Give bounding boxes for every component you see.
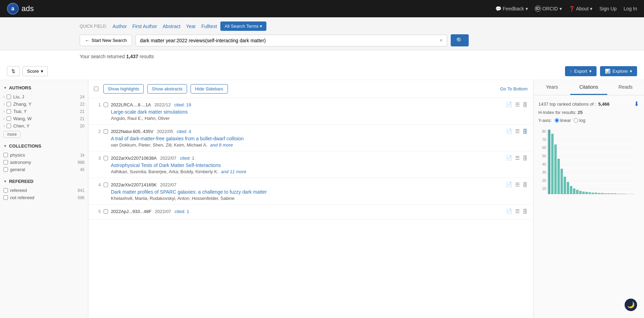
show-abstracts-button[interactable]: Show abstracts bbox=[147, 84, 187, 94]
expand-arrow-icon[interactable]: › bbox=[3, 117, 5, 121]
quick-field-abstract[interactable]: Abstract bbox=[161, 23, 183, 30]
collection-physics-checkbox[interactable] bbox=[3, 153, 8, 157]
cited-link[interactable]: cited: 1 bbox=[180, 156, 194, 161]
database-icon[interactable]: 🗄 bbox=[522, 182, 528, 188]
abstract-icon[interactable]: 📄 bbox=[506, 155, 512, 161]
database-icon[interactable]: 🗄 bbox=[522, 209, 528, 214]
author-tsai-checkbox[interactable] bbox=[7, 109, 11, 114]
chart-svg: 80 70 60 50 40 30 20 10 bbox=[538, 126, 635, 196]
score-dropdown-button[interactable]: Score ▾ bbox=[23, 66, 48, 76]
result-checkbox[interactable] bbox=[104, 103, 108, 107]
author-name: Chen, Y bbox=[13, 123, 29, 129]
theme-toggle-button[interactable]: 🌙 bbox=[625, 299, 637, 311]
cited-link[interactable]: cited: 4 bbox=[177, 129, 191, 134]
linear-radio-label[interactable]: linear bbox=[555, 118, 571, 123]
log-radio-label[interactable]: log bbox=[574, 118, 585, 123]
clear-search-button[interactable]: × bbox=[438, 36, 444, 45]
show-highlights-button[interactable]: Show highlights bbox=[103, 84, 144, 94]
author-zhang-checkbox[interactable] bbox=[7, 102, 11, 106]
abstract-icon[interactable]: 📄 bbox=[506, 182, 512, 188]
export-chevron-icon: ▾ bbox=[589, 69, 592, 74]
authors-more-link[interactable]: and 8 more bbox=[210, 142, 233, 148]
expand-arrow-icon[interactable]: › bbox=[3, 124, 5, 128]
authors-more-link[interactable]: and 11 more bbox=[221, 169, 246, 174]
result-title[interactable]: Dark matter profiles of SPARC galaxies: … bbox=[111, 189, 528, 195]
author-liu-checkbox[interactable] bbox=[7, 95, 11, 99]
result-title[interactable]: Large-scale dark matter simulations bbox=[111, 109, 528, 115]
search-button[interactable]: 🔍 bbox=[451, 34, 469, 46]
collection-name: general bbox=[10, 167, 25, 172]
export-button[interactable]: ↑ Export ▾ bbox=[565, 66, 597, 76]
explore-button[interactable]: 📊 Explore ▾ bbox=[600, 66, 637, 76]
result-checkbox[interactable] bbox=[104, 156, 108, 160]
collections-section-header[interactable]: ▼ COLLECTIONS bbox=[3, 143, 85, 149]
expand-arrow-icon[interactable]: › bbox=[3, 109, 5, 113]
result-checkbox[interactable] bbox=[104, 183, 108, 187]
expand-arrow-icon[interactable]: › bbox=[3, 95, 5, 99]
list-icon[interactable]: ☰ bbox=[515, 155, 520, 161]
toolbar-row: ⇅ Score ▾ ↑ Export ▾ 📊 Explore ▾ bbox=[0, 63, 644, 80]
abstract-icon[interactable]: 📄 bbox=[506, 208, 512, 214]
search-input[interactable] bbox=[139, 35, 438, 46]
list-icon[interactable]: ☰ bbox=[515, 182, 520, 188]
list-icon[interactable]: ☰ bbox=[515, 101, 520, 108]
author-chen-checkbox[interactable] bbox=[7, 124, 11, 128]
linear-radio[interactable] bbox=[555, 118, 559, 123]
tab-years[interactable]: Years bbox=[533, 80, 570, 95]
database-icon[interactable]: 🗄 bbox=[522, 102, 528, 108]
refereed-checkbox[interactable] bbox=[3, 188, 8, 193]
log-radio[interactable] bbox=[574, 118, 578, 123]
login-link[interactable]: Log In bbox=[624, 6, 637, 11]
about-link[interactable]: ❓ About ▾ bbox=[569, 6, 593, 11]
tab-reads[interactable]: Reads bbox=[607, 80, 644, 95]
result-number: 5 bbox=[94, 208, 101, 214]
download-icon[interactable]: ⬇ bbox=[634, 100, 639, 108]
svg-rect-33 bbox=[595, 193, 597, 194]
master-select-checkbox[interactable] bbox=[94, 87, 98, 91]
abstract-icon[interactable]: 📄 bbox=[506, 101, 512, 108]
svg-rect-20 bbox=[554, 144, 557, 194]
orcid-link[interactable]: ID ORCID ▾ bbox=[535, 6, 562, 12]
abstract-icon[interactable]: 📄 bbox=[506, 128, 512, 134]
start-new-search-button[interactable]: ← Start New Search bbox=[80, 35, 132, 46]
not-refereed-checkbox[interactable] bbox=[3, 195, 8, 200]
result-date: 2022/12 bbox=[155, 102, 171, 107]
collection-astronomy-checkbox[interactable] bbox=[3, 160, 8, 165]
feedback-link[interactable]: 💬 Feedback ▾ bbox=[495, 6, 528, 11]
result-checkbox[interactable] bbox=[104, 129, 108, 134]
collection-general-checkbox[interactable] bbox=[3, 167, 8, 172]
result-checkbox[interactable] bbox=[104, 209, 108, 214]
results-toolbar: Show highlights Show abstracts Hide Side… bbox=[88, 80, 533, 98]
signup-link[interactable]: Sign Up bbox=[599, 6, 617, 11]
cited-link[interactable]: cited: 19 bbox=[174, 102, 191, 107]
database-icon[interactable]: 🗄 bbox=[522, 155, 528, 161]
list-item: astronomy 988 bbox=[3, 159, 85, 166]
quick-field-author[interactable]: Author bbox=[111, 23, 129, 30]
result-title[interactable]: Astrophysical Tests of Dark Matter Self-… bbox=[111, 162, 528, 168]
all-search-terms-dropdown[interactable]: All Search Terms ▾ bbox=[220, 21, 266, 31]
author-wang-checkbox[interactable] bbox=[7, 116, 11, 121]
collection-count: 45 bbox=[80, 167, 85, 172]
go-to-bottom-link[interactable]: Go To Bottom bbox=[500, 86, 528, 91]
svg-rect-38 bbox=[610, 193, 613, 194]
quick-field-year[interactable]: Year bbox=[184, 23, 198, 30]
expand-arrow-icon[interactable]: › bbox=[3, 102, 5, 106]
cited-link[interactable]: cited: 1 bbox=[175, 209, 189, 214]
result-number: 3 bbox=[94, 155, 101, 161]
quick-field-fulltext[interactable]: Fulltext bbox=[199, 23, 219, 30]
database-icon[interactable]: 🗄 bbox=[522, 129, 528, 134]
quick-field-first-author[interactable]: First Author bbox=[130, 23, 159, 30]
sort-button[interactable]: ⇅ bbox=[7, 66, 20, 76]
list-item: general 45 bbox=[3, 166, 85, 173]
authors-section-header[interactable]: ▼ AUTHORS bbox=[3, 85, 85, 90]
list-icon[interactable]: ☰ bbox=[515, 208, 520, 214]
list-icon[interactable]: ☰ bbox=[515, 128, 520, 134]
authors-more-button[interactable]: more bbox=[3, 131, 20, 138]
svg-text:70: 70 bbox=[542, 138, 546, 142]
citations-summary-text: 1437 top ranked citations of : bbox=[538, 101, 596, 107]
svg-rect-36 bbox=[604, 193, 607, 194]
tab-citations[interactable]: Citations bbox=[570, 80, 607, 95]
hide-sidebars-button[interactable]: Hide Sidebars bbox=[191, 84, 228, 94]
refereed-section-header[interactable]: ▼ REFEREED bbox=[3, 179, 85, 184]
result-title[interactable]: A trail of dark-matter-free galaxies fro… bbox=[111, 136, 528, 141]
